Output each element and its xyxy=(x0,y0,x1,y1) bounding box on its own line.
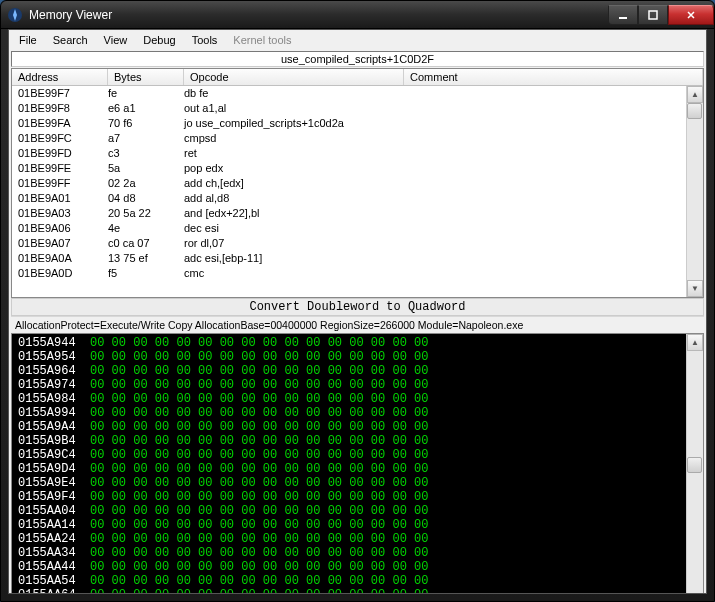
disasm-row[interactable]: 01BE99FA70 f6jo use_compiled_scripts+1c0… xyxy=(12,116,686,131)
col-address[interactable]: Address xyxy=(12,69,108,85)
hex-scrollbar[interactable]: ▲ ▼ xyxy=(686,334,703,594)
col-opcode[interactable]: Opcode xyxy=(184,69,404,85)
menu-debug[interactable]: Debug xyxy=(137,32,181,48)
disasm-list[interactable]: 01BE99F7fedb fe01BE99F8e6 a1out a1,al01B… xyxy=(12,86,686,297)
menu-file[interactable]: File xyxy=(13,32,43,48)
scroll-up-icon[interactable]: ▲ xyxy=(687,334,703,351)
maximize-button[interactable] xyxy=(638,5,668,25)
menubar: File Search View Debug Tools Kernel tool… xyxy=(9,30,706,50)
disasm-row[interactable]: 01BE99F7fedb fe xyxy=(12,86,686,101)
svg-rect-2 xyxy=(649,11,657,19)
scroll-up-icon[interactable]: ▲ xyxy=(687,86,703,103)
svg-rect-1 xyxy=(619,17,627,19)
memory-viewer-window: Memory Viewer File Search View Debug Too… xyxy=(0,0,715,602)
scroll-down-icon[interactable]: ▼ xyxy=(687,280,703,297)
menu-view[interactable]: View xyxy=(98,32,134,48)
disasm-row[interactable]: 01BE99FE5apop edx xyxy=(12,161,686,176)
disasm-row[interactable]: 01BE9A064edec esi xyxy=(12,221,686,236)
window-title: Memory Viewer xyxy=(29,8,608,22)
disasm-row[interactable]: 01BE9A0Df5cmc xyxy=(12,266,686,281)
disasm-row[interactable]: 01BE99FDc3ret xyxy=(12,146,686,161)
window-buttons xyxy=(608,5,714,25)
app-icon xyxy=(7,7,23,23)
allocation-info: AllocationProtect=Execute/Write Copy All… xyxy=(11,316,704,333)
disasm-row[interactable]: 01BE9A0104 d8add al,d8 xyxy=(12,191,686,206)
disasm-header: Address Bytes Opcode Comment xyxy=(12,69,703,86)
menu-tools[interactable]: Tools xyxy=(186,32,224,48)
client-area: File Search View Debug Tools Kernel tool… xyxy=(8,29,707,594)
disasm-row[interactable]: 01BE99F8e6 a1out a1,al xyxy=(12,101,686,116)
menu-search[interactable]: Search xyxy=(47,32,94,48)
disasm-row[interactable]: 01BE9A0A13 75 efadc esi,[ebp-11] xyxy=(12,251,686,266)
location-label: use_compiled_scripts+1C0D2F xyxy=(11,51,704,67)
disasm-row[interactable]: 01BE9A0320 5a 22and [edx+22],bl xyxy=(12,206,686,221)
col-comment[interactable]: Comment xyxy=(404,69,703,85)
hexdump-body[interactable]: 0155A944 00 00 00 00 00 00 00 00 00 00 0… xyxy=(12,334,686,594)
menu-kernel-tools[interactable]: Kernel tools xyxy=(227,32,297,48)
disasm-scrollbar[interactable]: ▲ ▼ xyxy=(686,86,703,297)
hexdump-panel: 0155A944 00 00 00 00 00 00 00 00 00 00 0… xyxy=(11,333,704,594)
close-button[interactable] xyxy=(668,5,714,25)
col-bytes[interactable]: Bytes xyxy=(108,69,184,85)
disasm-row[interactable]: 01BE99FCa7cmpsd xyxy=(12,131,686,146)
minimize-button[interactable] xyxy=(608,5,638,25)
disasm-row[interactable]: 01BE99FF02 2aadd ch,[edx] xyxy=(12,176,686,191)
disassembler-panel: Address Bytes Opcode Comment 01BE99F7fed… xyxy=(11,68,704,298)
instruction-description: Convert Doubleword to Quadword xyxy=(11,298,704,316)
disasm-row[interactable]: 01BE9A07c0 ca 07ror dl,07 xyxy=(12,236,686,251)
titlebar[interactable]: Memory Viewer xyxy=(1,1,714,29)
